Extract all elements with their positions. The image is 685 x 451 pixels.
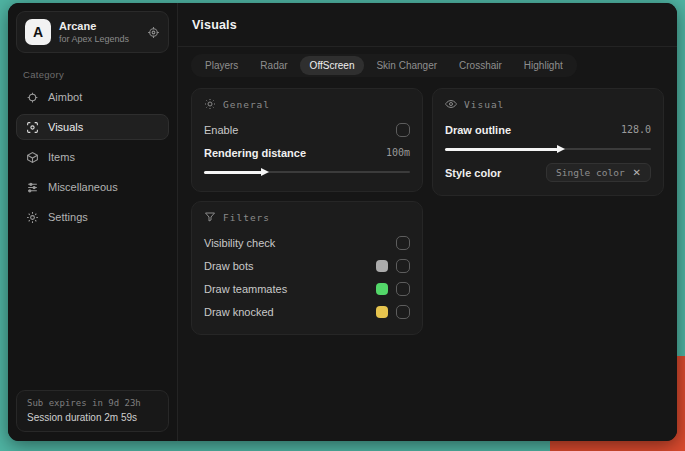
brightness-icon [204,98,216,110]
crosshair-icon [26,91,39,104]
rendering-distance-value: 100m [386,147,410,158]
general-card: General Enable Rendering distance 100m [191,88,423,192]
sidebar-item-label: Items [48,151,75,163]
general-card-header: General [204,98,410,110]
tab-players[interactable]: Players [195,56,248,75]
draw-outline-row: Draw outline 128.0 [445,119,651,140]
draw-outline-label: Draw outline [445,124,511,136]
draw-bots-label: Draw bots [204,260,254,272]
general-card-title: General [223,99,270,110]
brand-text: Arcane for Apex Legends [59,20,139,44]
left-column: General Enable Rendering distance 100m [191,88,423,335]
sidebar-item-label: Visuals [48,121,83,133]
rendering-distance-row: Rendering distance 100m [204,142,410,163]
style-color-label: Style color [445,167,501,179]
draw-teammates-row: Draw teammates [204,278,410,299]
sidebar-item-label: Settings [48,211,88,223]
target-gear-icon[interactable] [147,26,160,39]
filters-card-title: Filters [223,212,270,223]
content-grid: General Enable Rendering distance 100m [178,77,677,441]
draw-outline-value: 128.0 [621,124,651,135]
visual-card-title: Visual [464,99,504,110]
sidebar-item-label: Aimbot [48,91,82,103]
sidebar-item-aimbot[interactable]: Aimbot [16,84,169,110]
enable-row: Enable [204,119,410,140]
draw-teammates-controls [376,282,410,296]
visual-card: Visual Draw outline 128.0 Style color Si… [432,88,664,196]
app-window: A Arcane for Apex Legends Category [8,3,677,441]
subscription-info-card: Sub expires in 9d 23h Session duration 2… [16,390,169,432]
draw-knocked-row: Draw knocked [204,301,410,322]
eye-icon [445,98,457,110]
draw-knocked-color-swatch[interactable] [376,306,388,318]
draw-knocked-controls [376,305,410,319]
rendering-distance-slider[interactable] [204,167,410,177]
funnel-icon [204,211,216,223]
draw-teammates-color-swatch[interactable] [376,283,388,295]
draw-bots-row: Draw bots [204,255,410,276]
sidebar: A Arcane for Apex Legends Category [8,3,178,441]
slider-fill [204,171,262,174]
brand-title: Arcane [59,20,139,32]
enable-label: Enable [204,124,238,136]
sidebar-item-settings[interactable]: Settings [16,204,169,230]
tab-offscreen[interactable]: OffScreen [300,56,365,75]
gear-icon [26,211,39,224]
sliders-icon [26,181,39,194]
tab-bar: Players Radar OffScreen Skin Changer Cro… [191,54,577,77]
filters-card-header: Filters [204,211,410,223]
visibility-check-row: Visibility check [204,232,410,253]
visibility-check-checkbox[interactable] [396,236,410,250]
sidebar-item-label: Miscellaneous [48,181,118,193]
enable-checkbox[interactable] [396,123,410,137]
sidebar-item-miscellaneous[interactable]: Miscellaneous [16,174,169,200]
sidebar-item-visuals[interactable]: Visuals [16,114,169,140]
page-title: Visuals [192,18,237,32]
filters-card: Filters Visibility check Draw bots [191,201,423,335]
style-color-row: Style color Single color ✕ [445,162,651,183]
sidebar-nav: Aimbot Visuals Items [8,84,177,230]
tab-skin-changer[interactable]: Skin Changer [366,56,447,75]
main-header: Visuals [178,3,677,47]
style-color-select[interactable]: Single color ✕ [546,163,651,182]
draw-teammates-label: Draw teammates [204,283,287,295]
app-logo: A [25,19,51,45]
session-duration-text: Session duration 2m 59s [27,412,158,423]
draw-bots-checkbox[interactable] [396,259,410,273]
main-panel: Visuals Players Radar OffScreen Skin Cha… [178,3,677,441]
draw-bots-color-swatch[interactable] [376,260,388,272]
right-column: Visual Draw outline 128.0 Style color Si… [432,88,664,335]
draw-outline-slider[interactable] [445,144,651,154]
style-color-value: Single color [556,167,625,178]
box-icon [26,151,39,164]
tab-highlight[interactable]: Highlight [514,56,573,75]
clear-icon[interactable]: ✕ [633,168,641,178]
rendering-distance-label: Rendering distance [204,147,306,159]
draw-teammates-checkbox[interactable] [396,282,410,296]
tab-crosshair[interactable]: Crosshair [449,56,512,75]
draw-knocked-label: Draw knocked [204,306,274,318]
category-label: Category [23,69,177,80]
brand-subtitle: for Apex Legends [59,34,139,44]
draw-bots-controls [376,259,410,273]
visual-card-header: Visual [445,98,651,110]
eye-scan-icon [26,121,39,134]
slider-fill [445,148,558,151]
draw-knocked-checkbox[interactable] [396,305,410,319]
sub-expires-text: Sub expires in 9d 23h [27,398,158,408]
visibility-check-label: Visibility check [204,237,275,249]
tabs-row: Players Radar OffScreen Skin Changer Cro… [178,47,677,77]
brand-card: A Arcane for Apex Legends [16,11,169,53]
tab-radar[interactable]: Radar [250,56,297,75]
sidebar-item-items[interactable]: Items [16,144,169,170]
